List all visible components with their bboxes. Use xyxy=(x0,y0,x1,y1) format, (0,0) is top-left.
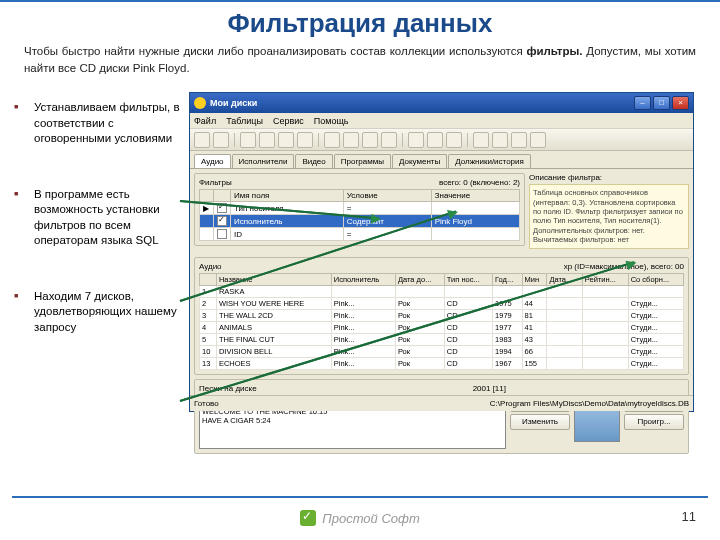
slide-title: Фильтрация данных xyxy=(0,0,720,43)
filter-count: всего: 0 (включено: 2) xyxy=(439,178,520,187)
toolbar-button[interactable] xyxy=(213,132,229,148)
close-button[interactable]: × xyxy=(672,96,689,110)
toolbar-button[interactable] xyxy=(259,132,275,148)
status-path: C:\Program Files\MyDiscs\Demo\Data\mytro… xyxy=(490,399,689,408)
bullet-item: В программе есть возможность установки ф… xyxy=(14,187,189,249)
app-icon xyxy=(194,97,206,109)
toolbar-button[interactable] xyxy=(381,132,397,148)
list-item[interactable]: HAVE A CIGAR 5:24 xyxy=(202,416,503,425)
table-row[interactable]: 4ANIMALSPink...РокCD197741Студи... xyxy=(200,321,684,333)
toolbar-button[interactable] xyxy=(530,132,546,148)
titlebar[interactable]: Мои диски – □ × xyxy=(190,93,693,113)
data-col[interactable]: Мин xyxy=(522,273,547,285)
data-label: Аудио xyxy=(199,262,222,271)
data-col[interactable] xyxy=(200,273,217,285)
main-tabs: Аудио Исполнители Видео Программы Докуме… xyxy=(190,151,693,169)
maximize-button[interactable]: □ xyxy=(653,96,670,110)
table-row[interactable]: 13ECHOESPink...РокCD1967155Студи... xyxy=(200,357,684,369)
toolbar-button[interactable] xyxy=(427,132,443,148)
toolbar-button[interactable] xyxy=(240,132,256,148)
menu-help[interactable]: Помощь xyxy=(314,116,349,126)
window-title: Мои диски xyxy=(210,98,634,108)
footer: Простой Софт xyxy=(0,510,720,526)
toolbar-button[interactable] xyxy=(343,132,359,148)
menubar: Файл Таблицы Сервис Помощь xyxy=(190,113,693,129)
filter-row: ID = xyxy=(200,228,520,241)
edit-button[interactable]: Изменить xyxy=(510,414,570,430)
toolbar-button[interactable] xyxy=(446,132,462,148)
divider xyxy=(12,496,708,498)
filter-hint: Таблица основных справочников (интервал:… xyxy=(529,184,689,248)
filter-checkbox[interactable] xyxy=(217,216,227,226)
intro-bold: фильтры. xyxy=(526,45,582,57)
toolbar-button[interactable] xyxy=(511,132,527,148)
toolbar-button[interactable] xyxy=(362,132,378,148)
menu-service[interactable]: Сервис xyxy=(273,116,304,126)
data-col[interactable]: Тип нос... xyxy=(444,273,492,285)
filter-row: ▶ Тип носителя = xyxy=(200,202,520,215)
filter-col-cond[interactable]: Условие xyxy=(343,190,431,202)
filter-col-field[interactable]: Имя поля xyxy=(231,190,344,202)
table-row[interactable]: 2WISH YOU WERE HEREPink...РокCD197544Сту… xyxy=(200,297,684,309)
statusbar: Готово C:\Program Files\MyDiscs\Demo\Dat… xyxy=(190,395,693,411)
menu-tables[interactable]: Таблицы xyxy=(226,116,263,126)
tab-history[interactable]: Должники/история xyxy=(448,154,531,168)
minimize-button[interactable]: – xyxy=(634,96,651,110)
toolbar-button[interactable] xyxy=(194,132,210,148)
app-window: Мои диски – □ × Файл Таблицы Сервис Помо… xyxy=(189,92,694,412)
toolbar-button[interactable] xyxy=(408,132,424,148)
play-button[interactable]: Проигр... xyxy=(624,414,684,430)
toolbar-button[interactable] xyxy=(473,132,489,148)
toolbar xyxy=(190,129,693,151)
filter-col-value[interactable]: Значение xyxy=(431,190,519,202)
tab-programs[interactable]: Программы xyxy=(334,154,391,168)
toolbar-button[interactable] xyxy=(324,132,340,148)
data-col[interactable]: Со сборн... xyxy=(628,273,683,285)
bullet-item: Находим 7 дисков, удовлетворяющих нашему… xyxy=(14,289,189,336)
status-ready: Готово xyxy=(194,399,219,408)
page-number: 11 xyxy=(682,509,696,524)
tab-documents[interactable]: Документы xyxy=(392,154,447,168)
tab-video[interactable]: Видео xyxy=(295,154,332,168)
intro-text-1: Чтобы быстро найти нужные диски либо про… xyxy=(24,45,526,57)
slide-intro: Чтобы быстро найти нужные диски либо про… xyxy=(0,43,720,82)
toolbar-button[interactable] xyxy=(297,132,313,148)
filter-checkbox[interactable] xyxy=(217,229,227,239)
tab-audio[interactable]: Аудио xyxy=(194,154,231,168)
tab-performers[interactable]: Исполнители xyxy=(232,154,295,168)
data-col[interactable]: Год... xyxy=(493,273,522,285)
menu-file[interactable]: Файл xyxy=(194,116,216,126)
bullet-item: Устанавливаем фильтры, в соответствии с … xyxy=(14,100,189,147)
bullet-list: Устанавливаем фильтры, в соответствии с … xyxy=(14,92,189,412)
data-col[interactable]: Исполнитель xyxy=(331,273,395,285)
toolbar-button[interactable] xyxy=(492,132,508,148)
table-row[interactable]: 10DIVISION BELLPink...РокCD199466Студи..… xyxy=(200,345,684,357)
data-col[interactable]: Дата до... xyxy=(395,273,444,285)
songs-right: 2001 [11] xyxy=(473,384,506,393)
filter-label: Фильтры xyxy=(199,178,232,187)
footer-text: Простой Софт xyxy=(322,511,419,526)
filter-hint-label: Описание фильтра: xyxy=(529,173,602,182)
table-row[interactable]: 5THE FINAL CUTPink...РокCD198343Студи... xyxy=(200,333,684,345)
toolbar-button[interactable] xyxy=(278,132,294,148)
table-row[interactable]: 1RASKA xyxy=(200,285,684,297)
logo-icon xyxy=(300,510,316,526)
